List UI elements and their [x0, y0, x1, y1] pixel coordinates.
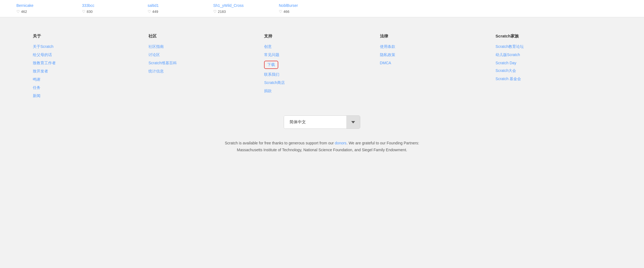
likes-count: 830: [87, 10, 93, 14]
footer-col: 社区社区指南讨论区Scratch维基百科统计信息: [148, 34, 264, 102]
project-likes: ♡462: [16, 9, 27, 14]
project-card: saltid1♡449: [148, 3, 197, 14]
footer-link[interactable]: 联系我们: [264, 72, 380, 77]
heart-icon: ♡: [279, 9, 282, 14]
footer-col-title: 法律: [380, 34, 496, 39]
language-dropdown-button[interactable]: [346, 116, 360, 129]
projects-list: Bernicake♡462333bcc♡830saltid1♡449Sh1_yW…: [16, 3, 628, 14]
footer-link[interactable]: 给父母的话: [33, 53, 148, 57]
footer-columns: 关于关于Scratch给父母的话致教育工作者致开发者鸣谢任务新闻社区社区指南讨论…: [33, 34, 611, 102]
footer-link[interactable]: 创意: [264, 44, 380, 49]
project-username[interactable]: Bernicake: [16, 3, 33, 8]
likes-count: 449: [152, 10, 158, 14]
footer-col: 法律使用条款隐私政策DMCA: [380, 34, 496, 102]
chevron-down-icon: [351, 120, 355, 124]
footer-credit-text1: Scratch is available for free thanks to …: [225, 141, 335, 145]
footer-link[interactable]: Scratch商店: [264, 80, 380, 85]
footer-link[interactable]: 任务: [33, 85, 148, 90]
footer-col-title: Scratch家族: [496, 34, 611, 39]
footer-link[interactable]: 捐款: [264, 89, 380, 94]
heart-icon: ♡: [213, 9, 217, 14]
project-card: Sh1_yWild_Cross♡2183: [213, 3, 262, 14]
footer-link[interactable]: 致开发者: [33, 69, 148, 74]
top-bar: Bernicake♡462333bcc♡830saltid1♡449Sh1_yW…: [0, 0, 644, 17]
footer-link[interactable]: 隐私政策: [380, 53, 496, 57]
footer-col-title: 关于: [33, 34, 148, 39]
footer-link[interactable]: 下载: [264, 61, 278, 69]
project-likes: ♡449: [148, 9, 158, 14]
footer-link[interactable]: 讨论区: [148, 53, 264, 57]
footer-link[interactable]: 统计信息: [148, 69, 264, 74]
project-likes: ♡830: [82, 9, 93, 14]
footer-bottom: Scratch is available for free thanks to …: [33, 140, 611, 153]
project-likes: ♡2183: [213, 9, 226, 14]
footer-link[interactable]: Scratch Day: [496, 61, 611, 65]
project-username[interactable]: 333bcc: [82, 3, 94, 8]
likes-count: 462: [21, 10, 27, 14]
footer-link[interactable]: 致教育工作者: [33, 61, 148, 66]
footer-col: Scratch家族Scratch教育论坛幼儿版ScratchScratch Da…: [496, 34, 611, 102]
footer-link[interactable]: DMCA: [380, 61, 496, 65]
footer: 关于关于Scratch给父母的话致教育工作者致开发者鸣谢任务新闻社区社区指南讨论…: [0, 17, 644, 164]
footer-link[interactable]: Scratch 基金会: [496, 77, 611, 81]
footer-link[interactable]: Scratch教育论坛: [496, 44, 611, 49]
likes-count: 2183: [218, 10, 226, 14]
project-card: Bernicake♡462: [16, 3, 66, 14]
footer-link[interactable]: 使用条款: [380, 44, 496, 49]
heart-icon: ♡: [148, 9, 151, 14]
footer-credit-line2: Massachusetts Institute of Technology, N…: [33, 147, 611, 153]
project-likes: ♡466: [279, 9, 289, 14]
language-selector[interactable]: 简体中文: [284, 115, 360, 129]
project-card: NoblBurser♡466: [279, 3, 328, 14]
footer-link[interactable]: Scratch维基百科: [148, 61, 264, 66]
footer-col-title: 社区: [148, 34, 264, 39]
heart-icon: ♡: [82, 9, 86, 14]
footer-link[interactable]: Scratch大会: [496, 68, 611, 73]
donors-link[interactable]: donors: [335, 141, 347, 145]
footer-credit-line1: Scratch is available for free thanks to …: [33, 140, 611, 147]
footer-link[interactable]: 新闻: [33, 94, 148, 98]
footer-link[interactable]: 关于Scratch: [33, 44, 148, 49]
heart-icon: ♡: [16, 9, 20, 14]
footer-col: 支持创意常见问题下载联系我们Scratch商店捐款: [264, 34, 380, 102]
language-selector-wrapper: 简体中文: [33, 115, 611, 129]
project-username[interactable]: Sh1_yWild_Cross: [213, 3, 244, 8]
footer-credit-text2: . We are grateful to our Founding Partne…: [347, 141, 419, 145]
language-text: 简体中文: [284, 116, 346, 129]
footer-link[interactable]: 鸣谢: [33, 77, 148, 82]
project-card: 333bcc♡830: [82, 3, 131, 14]
footer-link[interactable]: 幼儿版Scratch: [496, 53, 611, 57]
project-username[interactable]: saltid1: [148, 3, 159, 8]
footer-col: 关于关于Scratch给父母的话致教育工作者致开发者鸣谢任务新闻: [33, 34, 148, 102]
footer-link[interactable]: 常见问题: [264, 53, 380, 57]
footer-link[interactable]: 社区指南: [148, 44, 264, 49]
footer-col-title: 支持: [264, 34, 380, 39]
likes-count: 466: [283, 10, 289, 14]
project-username[interactable]: NoblBurser: [279, 3, 298, 8]
